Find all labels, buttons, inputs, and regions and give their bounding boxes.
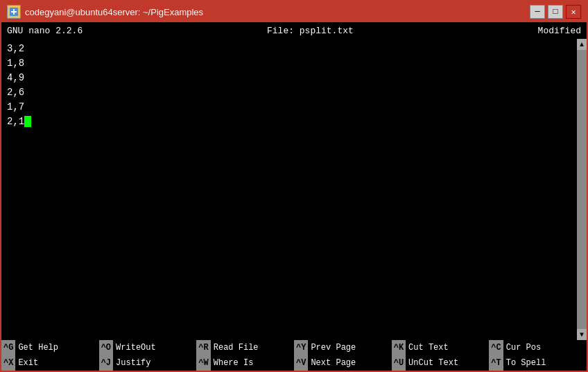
cursor [24,116,31,127]
footer-row-2: ^X Exit ^J Justify ^W Where Is ^V Next P… [1,355,587,371]
label-to-spell: To Spell [503,355,549,371]
key-justify: ^J [99,355,113,371]
label-prev-page: Prev Page [308,340,358,355]
nano-header: GNU nano 2.2.6 File: psplit.txt Modified [1,22,587,39]
footer-cmd-writeout[interactable]: ^O WriteOut [99,340,197,355]
footer-cmd-where-is[interactable]: ^W Where Is [196,355,294,371]
label-cut-text: Cut Text [406,340,451,355]
window-title: codegyani@ubuntu64server: ~/PigExamples [25,7,203,17]
footer-cmd-to-spell[interactable]: ^T To Spell [489,355,587,371]
key-cut-text: ^K [392,340,406,355]
key-where-is: ^W [196,355,210,371]
scroll-down-arrow[interactable]: ▼ [577,329,587,340]
footer-cmd-next-page[interactable]: ^V Next Page [294,355,392,371]
footer-cmd-uncut-text[interactable]: ^U UnCut Text [392,355,490,371]
key-to-spell: ^T [489,355,503,371]
footer-cmd-cur-pos[interactable]: ^C Cur Pos [489,340,587,355]
scroll-up-arrow[interactable]: ▲ [577,39,587,50]
label-writeout: WriteOut [113,340,159,355]
line-1: 3,2 [7,42,571,56]
key-next-page: ^V [294,355,308,371]
key-cur-pos: ^C [489,340,503,355]
label-get-help: Get Help [15,340,61,355]
label-read-file: Read File [211,340,261,355]
label-cur-pos: Cur Pos [503,340,544,355]
nano-version: GNU nano 2.2.6 [7,26,83,36]
key-read-file: ^R [196,340,210,355]
label-uncut-text: UnCut Text [406,355,461,371]
editor-content[interactable]: 3,2 1,8 4,9 2,6 1,7 2,1 [1,39,577,340]
title-bar-left: codegyani@ubuntu64server: ~/PigExamples [7,5,203,19]
minimize-button[interactable]: ─ [530,5,545,19]
label-justify: Justify [113,355,153,371]
nano-status: Modified [538,26,581,36]
line-3: 4,9 [7,71,571,85]
close-button[interactable]: ✕ [566,5,581,19]
maximize-button[interactable]: □ [548,5,563,19]
app-icon [7,5,21,19]
key-prev-page: ^Y [294,340,308,355]
nano-editor: GNU nano 2.2.6 File: psplit.txt Modified… [1,22,587,371]
label-where-is: Where Is [211,355,257,371]
nano-footer: ^G Get Help ^O WriteOut ^R Read File ^Y … [1,340,587,371]
key-get-help: ^G [1,340,15,355]
main-window: codegyani@ubuntu64server: ~/PigExamples … [0,0,588,372]
key-exit: ^X [1,355,15,371]
key-writeout: ^O [99,340,113,355]
footer-cmd-justify[interactable]: ^J Justify [99,355,197,371]
scrollbar-track[interactable] [577,50,587,329]
title-bar: codegyani@ubuntu64server: ~/PigExamples … [1,1,587,22]
scrollbar[interactable]: ▲ ▼ [577,39,587,340]
title-bar-buttons: ─ □ ✕ [530,5,581,19]
editor-content-area: 3,2 1,8 4,9 2,6 1,7 2,1 ▲ ▼ [1,39,587,340]
line-6: 2,1 [7,115,571,129]
footer-row-1: ^G Get Help ^O WriteOut ^R Read File ^Y … [1,340,587,355]
key-uncut-text: ^U [392,355,406,371]
label-exit: Exit [15,355,41,371]
label-next-page: Next Page [308,355,358,371]
nano-filename: File: psplit.txt [267,26,354,36]
svg-rect-2 [13,9,15,15]
footer-cmd-get-help[interactable]: ^G Get Help [1,340,99,355]
line-2: 1,8 [7,56,571,71]
line-5: 1,7 [7,100,571,115]
footer-cmd-read-file[interactable]: ^R Read File [196,340,294,355]
footer-cmd-cut-text[interactable]: ^K Cut Text [392,340,490,355]
line-4: 2,6 [7,85,571,100]
footer-cmd-exit[interactable]: ^X Exit [1,355,99,371]
footer-cmd-prev-page[interactable]: ^Y Prev Page [294,340,392,355]
